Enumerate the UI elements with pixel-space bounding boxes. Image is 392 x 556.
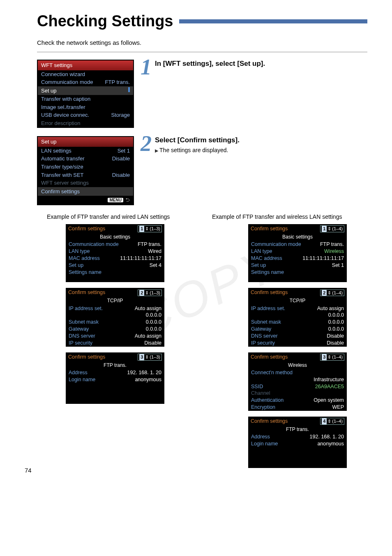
intro-text: Check the network settings as follows. bbox=[37, 39, 367, 46]
step-2-heading: Select [Confirm settings]. bbox=[155, 136, 367, 144]
separator bbox=[37, 52, 367, 52]
menu-footer: MENU ⮌ bbox=[38, 196, 133, 204]
pager[interactable]: 2⇕(1–4) bbox=[320, 290, 344, 297]
row-label: Settings name bbox=[251, 269, 284, 276]
menu-item[interactable]: Transfer with caption bbox=[38, 95, 133, 103]
row-label-dim: Channel bbox=[251, 390, 270, 397]
menu-item-selected[interactable]: Confirm settings bbox=[38, 187, 133, 196]
caption-row: Example of FTP transfer and wired LAN se… bbox=[47, 213, 345, 220]
step-number-2: 2 bbox=[141, 134, 152, 154]
step-2: Set up LAN settingsSet 1 Automatic trans… bbox=[37, 136, 367, 205]
row-label: Gateway bbox=[69, 326, 89, 333]
wireless-panel-4: Confirm settings4⇕(1–4) FTP trans. Addre… bbox=[248, 417, 347, 468]
menu-header: Set up bbox=[38, 137, 133, 147]
setup-menu: Set up LAN settingsSet 1 Automatic trans… bbox=[37, 136, 134, 205]
row-label: SSID bbox=[251, 383, 263, 390]
row-label: LAN type bbox=[69, 248, 90, 255]
row-label: Connect'n method bbox=[251, 369, 293, 376]
row-value: Wired bbox=[148, 248, 161, 255]
menu-item-selected[interactable]: Set up bbox=[38, 86, 133, 95]
wired-panel-2: Confirm settings2⇕(1–3) TCP/IP IP addres… bbox=[66, 288, 164, 346]
row-value: 11:11:11:11:11:17 bbox=[120, 255, 161, 262]
step-number-1: 1 bbox=[141, 57, 152, 77]
row-label: Authentication bbox=[251, 397, 284, 404]
row-value: anonymous bbox=[135, 376, 161, 383]
wireless-panel-2: Confirm settings2⇕(1–4) TCP/IP IP addres… bbox=[248, 288, 347, 346]
pager[interactable]: 1⇕(1–4) bbox=[320, 225, 344, 232]
panel-subhead: Wireless bbox=[248, 362, 347, 369]
menu-item[interactable]: LAN settingsSet 1 bbox=[38, 147, 133, 155]
row-value: Wireless bbox=[324, 248, 344, 255]
pager[interactable]: 3⇕(1–3) bbox=[138, 354, 162, 361]
menu-item[interactable]: Transfer type/size bbox=[38, 163, 133, 171]
row-label: Gateway bbox=[251, 326, 271, 333]
wireless-column: Confirm settings1⇕(1–4) Basic settings C… bbox=[248, 224, 345, 468]
wireless-panel-3: Confirm settings3⇕(1–4) Wireless Connect… bbox=[248, 352, 347, 411]
menu-item[interactable]: Transfer with SETDisable bbox=[38, 171, 133, 179]
panel-title: Confirm settings bbox=[251, 418, 288, 425]
menu-item[interactable]: USB device connec.Storage bbox=[38, 111, 133, 119]
example-panels: Confirm settings1⇕(1–3) Basic settings C… bbox=[66, 224, 345, 468]
pager[interactable]: 2⇕(1–3) bbox=[138, 290, 162, 297]
row-value: Disable bbox=[144, 340, 161, 347]
row-label: Address bbox=[69, 369, 88, 376]
panel-title: Confirm settings bbox=[68, 289, 105, 296]
page-title: Checking Settings bbox=[37, 12, 173, 30]
panel-subhead: TCP/IP bbox=[248, 297, 347, 305]
row-label: DNS server bbox=[69, 333, 95, 340]
row-label: DNS server bbox=[251, 333, 278, 340]
row-label: IP address set. bbox=[251, 305, 285, 312]
row-value: Auto assign bbox=[135, 305, 161, 312]
caption-wired: Example of FTP transfer and wired LAN se… bbox=[47, 213, 180, 220]
row-label: Subnet mask bbox=[69, 319, 99, 326]
wired-panel-1: Confirm settings1⇕(1–3) Basic settings C… bbox=[66, 224, 164, 282]
row-label: IP address set. bbox=[69, 305, 103, 312]
panel-title: Confirm settings bbox=[251, 354, 288, 361]
panel-subhead: FTP trans. bbox=[248, 426, 347, 433]
row-label: Set up bbox=[251, 262, 266, 269]
row-value: Disable bbox=[327, 340, 344, 347]
row-label: Communication mode bbox=[251, 241, 301, 248]
row-label: Address bbox=[251, 433, 270, 440]
row-label: Set up bbox=[69, 262, 83, 269]
pager[interactable]: 1⇕(1–3) bbox=[138, 225, 162, 232]
panel-subhead: Basic settings bbox=[66, 234, 164, 241]
step-1: WFT settings Connection wizard Communica… bbox=[37, 60, 367, 128]
row-label: IP security bbox=[251, 340, 275, 347]
row-value: 192. 168. 1. 20 bbox=[310, 433, 344, 440]
row-value: Set 4 bbox=[150, 262, 161, 269]
row-value: WEP bbox=[332, 404, 344, 411]
wft-settings-menu: WFT settings Connection wizard Communica… bbox=[37, 60, 134, 128]
title-decoration-bar bbox=[179, 19, 368, 23]
row-label: LAN type bbox=[251, 248, 272, 255]
row-value: 192. 168. 1. 20 bbox=[127, 369, 161, 376]
row-value: 0.0.0.0 bbox=[328, 319, 344, 326]
panel-subhead: FTP trans. bbox=[66, 362, 164, 369]
menu-item-disabled: Error description bbox=[38, 119, 133, 127]
wireless-panel-1: Confirm settings1⇕(1–4) Basic settings C… bbox=[248, 224, 347, 282]
row-value: 0.0.0.0 bbox=[146, 319, 161, 326]
menu-item[interactable]: Communication modeFTP trans. bbox=[38, 78, 133, 86]
menu-item[interactable]: Image sel./transfer bbox=[38, 103, 133, 111]
panel-title: Confirm settings bbox=[68, 354, 105, 361]
panel-title: Confirm settings bbox=[251, 289, 288, 296]
row-value: 0.0.0.0 bbox=[328, 312, 344, 319]
panel-title: Confirm settings bbox=[251, 225, 288, 232]
step-1-heading: In [WFT settings], select [Set up]. bbox=[155, 60, 367, 68]
page-number: 74 bbox=[25, 467, 32, 474]
panel-title: Confirm settings bbox=[68, 225, 105, 232]
wired-column: Confirm settings1⇕(1–3) Basic settings C… bbox=[66, 224, 163, 468]
menu-badge-icon: MENU bbox=[108, 198, 123, 202]
wired-panel-3: Confirm settings3⇕(1–3) FTP trans. Addre… bbox=[66, 352, 164, 404]
row-label: Subnet mask bbox=[251, 319, 281, 326]
menu-header: WFT settings bbox=[38, 60, 133, 70]
menu-item[interactable]: Automatic transferDisable bbox=[38, 155, 133, 163]
panel-subhead: Basic settings bbox=[248, 234, 347, 241]
pager[interactable]: 3⇕(1–4) bbox=[320, 354, 344, 361]
step-2-bullet: The settings are displayed. bbox=[155, 147, 367, 153]
menu-item[interactable]: Connection wizard bbox=[38, 70, 133, 79]
row-label: Login name bbox=[69, 376, 95, 383]
row-value: 0.0.0.0 bbox=[328, 326, 344, 333]
row-value: Auto assign bbox=[317, 305, 344, 312]
pager[interactable]: 4⇕(1–4) bbox=[320, 418, 344, 425]
